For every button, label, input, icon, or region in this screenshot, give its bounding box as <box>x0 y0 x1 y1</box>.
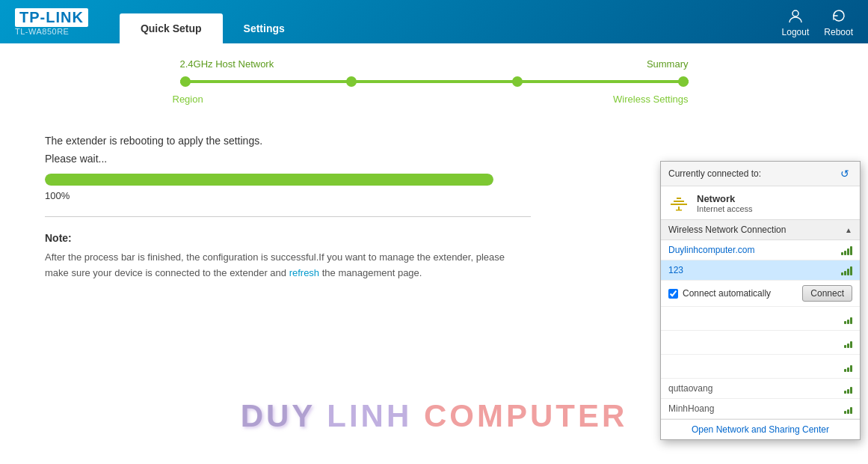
tab-settings[interactable]: Settings <box>223 13 306 43</box>
signal-bar-2-1 <box>841 272 843 275</box>
network-name-minhhoang: MinhHoang <box>668 403 714 414</box>
steps-labels-bottom: Region Wireless Settings <box>180 94 689 105</box>
signal-bar-1-3 <box>847 248 849 255</box>
connect-auto-checkbox[interactable] <box>668 289 678 299</box>
progress-steps: 2.4GHz Host Network Summary Region Wirel… <box>45 58 823 105</box>
progress-bar-container <box>45 174 493 186</box>
wireless-section-header[interactable]: Wireless Network Connection ▲ <box>661 220 860 240</box>
svg-rect-4 <box>678 207 680 210</box>
reboot-button[interactable]: Reboot <box>824 7 853 37</box>
network-item-name-2: 123 <box>668 265 683 275</box>
signal-bars-e2 <box>844 338 852 348</box>
note-text-before: After the process bar is finished, the c… <box>45 251 505 278</box>
connected-network-row: Network Internet access <box>668 192 852 213</box>
connect-button[interactable]: Connect <box>802 285 852 302</box>
watermark-duy: DUY <box>241 398 327 433</box>
reboot-icon <box>830 7 848 25</box>
signal-bars-1 <box>841 245 852 255</box>
network-item-minhhoang[interactable]: MinhHoang <box>661 399 860 419</box>
svg-rect-3 <box>677 198 681 199</box>
chevron-up-icon: ▲ <box>845 226 852 234</box>
panel-refresh-icon[interactable]: ↺ <box>837 166 852 181</box>
nav-tabs: Quick Setup Settings <box>120 0 306 43</box>
network-item-empty-1 <box>661 307 860 331</box>
signal-bars-m <box>844 403 852 414</box>
network-item-quttaovang[interactable]: quttaovang <box>661 379 860 399</box>
steps-labels-top: 2.4GHz Host Network Summary <box>180 58 689 70</box>
panel-header: Currently connected to: ↺ <box>661 162 860 186</box>
header-actions: Logout Reboot <box>782 7 853 37</box>
steps-dots <box>180 76 689 87</box>
open-network-link[interactable]: Open Network and Sharing Center <box>692 424 829 435</box>
network-item-name-1: Duylinhcomputer.com <box>668 245 754 255</box>
network-list: Duylinhcomputer.com 123 Connect automati… <box>661 240 860 420</box>
connected-section: Network Internet access <box>661 186 860 220</box>
panel-header-text: Currently connected to: <box>668 168 761 179</box>
connected-network-name: Network <box>697 193 753 204</box>
signal-bars-e1 <box>844 314 852 324</box>
watermark-linh: LINH <box>327 398 424 433</box>
signal-bar-1-1 <box>841 252 843 255</box>
signal-bar-2-4 <box>850 266 852 275</box>
signal-bars-2 <box>841 265 852 275</box>
network-name-quttaovang: quttaovang <box>668 383 712 394</box>
tp-link-logo: TP-LINK <box>15 8 88 27</box>
step-dot-2 <box>346 76 357 87</box>
svg-point-0 <box>792 10 798 16</box>
svg-rect-2 <box>674 201 684 202</box>
network-item-empty-2 <box>661 331 860 355</box>
reboot-label: Reboot <box>824 27 853 37</box>
logo: TP-LINK <box>15 8 90 27</box>
model-name: TL-WA850RE <box>15 27 69 36</box>
note-refresh-link[interactable]: refresh <box>289 267 319 278</box>
signal-bars-e3 <box>844 361 852 372</box>
signal-bar-1-4 <box>850 246 852 255</box>
step-dot-4 <box>678 76 689 87</box>
step-region-label: Region <box>173 94 203 105</box>
connected-network-info: Network Internet access <box>697 193 753 213</box>
signal-bar-2-2 <box>844 271 846 275</box>
logo-area: TP-LINK TL-WA850RE <box>15 8 90 36</box>
tab-quick-setup[interactable]: Quick Setup <box>120 13 223 43</box>
step-dot-1 <box>180 76 191 87</box>
rebooting-line1: The extender is rebooting to apply the s… <box>45 135 823 147</box>
note-text-after: the management page. <box>319 267 422 278</box>
logout-icon <box>787 7 804 25</box>
step-host-network-label: 2.4GHz Host Network <box>180 58 274 70</box>
signal-bars-q <box>844 383 852 394</box>
progress-bar-fill <box>45 174 493 186</box>
svg-rect-1 <box>671 204 687 205</box>
watermark-computer: COMPUTER <box>424 398 627 433</box>
connect-auto-row: Connect automatically Connect <box>661 281 860 307</box>
step-summary-label: Summary <box>647 58 689 70</box>
step-wireless-label: Wireless Settings <box>613 94 688 105</box>
steps-track <box>180 76 689 88</box>
logout-label: Logout <box>782 27 810 37</box>
network-item-empty-3 <box>661 355 860 379</box>
connect-auto-label: Connect automatically <box>683 288 798 299</box>
signal-bar-1-2 <box>844 251 846 255</box>
network-panel: Currently connected to: ↺ Network Intern… <box>660 161 861 440</box>
panel-footer: Open Network and Sharing Center <box>661 420 860 439</box>
watermark: DUY LINH COMPUTER <box>241 398 628 434</box>
network-item-123[interactable]: 123 <box>661 260 860 281</box>
divider <box>45 216 531 217</box>
header: TP-LINK TL-WA850RE Quick Setup Settings … <box>0 0 868 43</box>
signal-bar-2-3 <box>847 269 849 275</box>
note-text: After the process bar is finished, the c… <box>45 250 531 281</box>
connected-network-status: Internet access <box>697 204 753 213</box>
step-dot-3 <box>512 76 523 87</box>
svg-rect-5 <box>676 210 682 211</box>
logout-button[interactable]: Logout <box>782 7 810 37</box>
network-item-duylinhcomputer[interactable]: Duylinhcomputer.com <box>661 240 860 260</box>
wireless-section-title: Wireless Network Connection <box>668 225 786 235</box>
network-connected-icon <box>668 192 689 213</box>
